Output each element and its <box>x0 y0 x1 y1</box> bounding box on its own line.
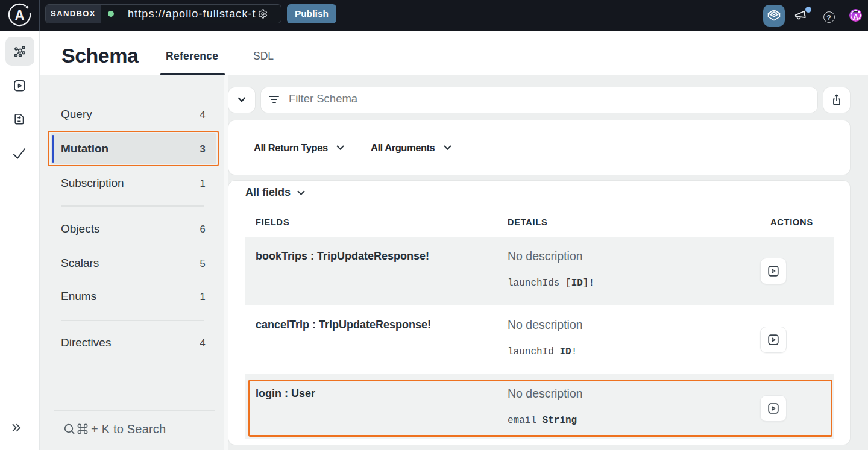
svg-text:A: A <box>14 8 25 23</box>
svg-text:A: A <box>854 13 858 20</box>
